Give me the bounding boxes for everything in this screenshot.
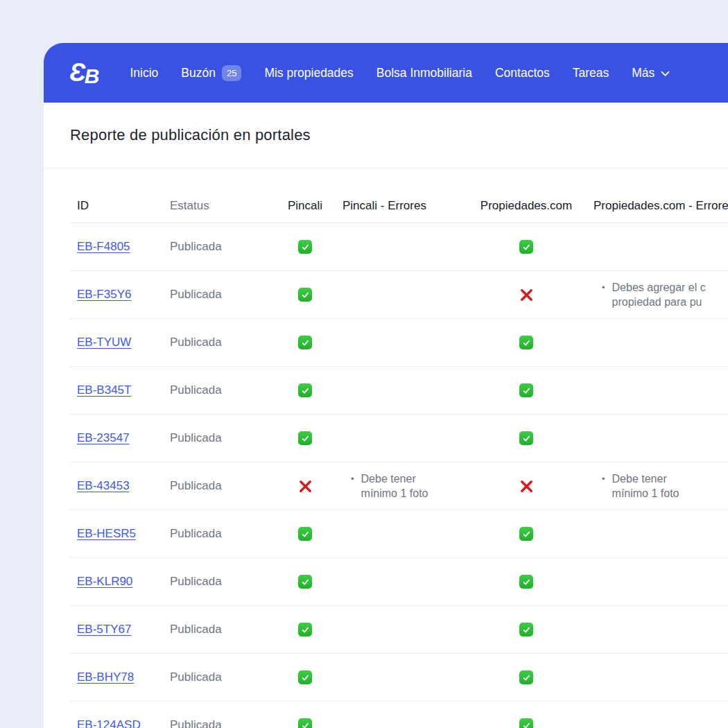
status-cell: Publicada bbox=[170, 670, 277, 684]
property-id-link[interactable]: EB-5TY67 bbox=[77, 623, 131, 636]
property-id-link[interactable]: EB-HESR5 bbox=[77, 527, 136, 540]
status-cell: Publicada bbox=[170, 527, 277, 541]
page-title: Reporte de publicación en portales bbox=[70, 126, 311, 144]
table-row: EB-23547Publicada bbox=[70, 415, 728, 462]
nav-item-mis-propiedades[interactable]: Mis propiedades bbox=[264, 66, 353, 80]
property-id-link[interactable]: EB-23547 bbox=[77, 431, 130, 444]
nav-item-label: Mis propiedades bbox=[264, 66, 353, 80]
column-header-pincali-errores: Pincali - Errores bbox=[333, 199, 463, 213]
table-row: EB-5TY67Publicada bbox=[70, 606, 728, 654]
nav-item-label: Inicio bbox=[130, 66, 158, 80]
check-icon bbox=[298, 623, 312, 636]
logo-letter-b: B bbox=[85, 66, 98, 87]
property-id-link[interactable]: EB-43453 bbox=[77, 479, 130, 492]
nav-item-mas[interactable]: Más bbox=[632, 66, 670, 80]
pincali-status-cell bbox=[277, 670, 333, 684]
status-cell: Publicada bbox=[170, 383, 277, 397]
nav-menu: InicioBuzón25Mis propiedadesBolsa Inmobi… bbox=[130, 65, 670, 81]
check-icon bbox=[519, 336, 533, 349]
check-icon bbox=[519, 527, 533, 541]
table-row: EB-F4805Publicada bbox=[70, 223, 728, 271]
propiedades-status-cell bbox=[463, 575, 579, 589]
status-cell: Publicada bbox=[170, 718, 277, 728]
pincali-status-cell bbox=[277, 383, 333, 397]
top-navbar: Ɛ B InicioBuzón25Mis propiedadesBolsa In… bbox=[44, 43, 728, 103]
nav-item-label: Más bbox=[632, 66, 655, 80]
pincali-status-cell bbox=[277, 718, 333, 728]
check-icon bbox=[298, 431, 312, 445]
nav-item-buzon[interactable]: Buzón25 bbox=[181, 65, 241, 81]
table-body: EB-F4805PublicadaEB-F35Y6Publicada•Debes… bbox=[70, 223, 728, 728]
propiedades-status-cell bbox=[463, 623, 579, 636]
pincali-status-cell bbox=[277, 431, 333, 445]
propiedades-errors-cell: •Debes agregar el cpropiedad para pu bbox=[579, 280, 728, 309]
check-icon bbox=[298, 575, 312, 589]
property-id-link[interactable]: EB-BHY78 bbox=[77, 670, 134, 684]
status-cell: Publicada bbox=[170, 575, 277, 589]
table-row: EB-B345TPublicada bbox=[70, 367, 728, 415]
check-icon bbox=[298, 527, 312, 541]
portals-report-table: IDEstatusPincaliPincali - ErroresPropied… bbox=[70, 168, 728, 728]
check-icon bbox=[519, 431, 533, 445]
nav-item-inicio[interactable]: Inicio bbox=[130, 66, 158, 80]
error-message: Debe tenermínimo 1 foto bbox=[361, 471, 428, 501]
check-icon bbox=[519, 575, 533, 589]
propiedades-status-cell bbox=[463, 479, 579, 494]
property-id-link[interactable]: EB-F4805 bbox=[77, 240, 130, 253]
cross-icon bbox=[519, 479, 534, 494]
column-header-id: ID bbox=[70, 199, 170, 213]
check-icon bbox=[298, 288, 312, 302]
status-cell: Publicada bbox=[170, 479, 277, 493]
check-icon bbox=[298, 670, 312, 684]
pincali-status-cell bbox=[277, 288, 333, 302]
nav-item-label: Contactos bbox=[495, 66, 550, 80]
table-row: EB-43453Publicada•Debe tenermínimo 1 fot… bbox=[70, 462, 728, 510]
check-icon bbox=[519, 383, 533, 397]
table-row: EB-HESR5Publicada bbox=[70, 510, 728, 558]
pincali-status-cell bbox=[277, 623, 333, 636]
pincali-status-cell bbox=[277, 527, 333, 541]
bullet: • bbox=[602, 471, 605, 501]
table-row: EB-124ASDPublicada bbox=[70, 702, 728, 728]
nav-item-contactos[interactable]: Contactos bbox=[495, 66, 550, 80]
status-cell: Publicada bbox=[170, 431, 277, 445]
nav-item-label: Buzón bbox=[181, 66, 216, 80]
table-row: EB-TYUWPublicada bbox=[70, 319, 728, 367]
title-section: Reporte de publicación en portales bbox=[44, 103, 728, 168]
check-icon bbox=[298, 718, 312, 728]
check-icon bbox=[519, 718, 533, 728]
propiedades-status-cell bbox=[463, 240, 579, 254]
column-header-propiedades-com: Propiedades.com bbox=[463, 199, 579, 213]
property-id-link[interactable]: EB-124ASD bbox=[77, 718, 141, 728]
check-icon bbox=[519, 623, 533, 636]
check-icon bbox=[519, 670, 533, 684]
status-cell: Publicada bbox=[170, 623, 277, 636]
property-id-link[interactable]: EB-F35Y6 bbox=[77, 288, 131, 301]
pincali-errors-cell: •Debe tenermínimo 1 foto bbox=[333, 471, 463, 501]
error-message: Debe tenermínimo 1 foto bbox=[612, 471, 679, 501]
nav-item-tareas[interactable]: Tareas bbox=[573, 66, 609, 80]
chevron-down-icon bbox=[661, 71, 670, 77]
property-id-link[interactable]: EB-KLR90 bbox=[77, 575, 132, 588]
cross-icon bbox=[519, 288, 534, 302]
pincali-status-cell bbox=[277, 575, 333, 589]
propiedades-status-cell bbox=[463, 527, 579, 541]
pincali-status-cell bbox=[277, 479, 333, 494]
table-row: EB-BHY78Publicada bbox=[70, 654, 728, 702]
propiedades-status-cell bbox=[463, 431, 579, 445]
property-id-link[interactable]: EB-B345T bbox=[77, 383, 131, 397]
propiedades-status-cell bbox=[463, 383, 579, 397]
easybroker-logo[interactable]: Ɛ B bbox=[69, 60, 98, 87]
status-cell: Publicada bbox=[170, 336, 277, 349]
status-cell: Publicada bbox=[170, 240, 277, 254]
propiedades-status-cell bbox=[463, 718, 579, 728]
nav-item-label: Tareas bbox=[573, 66, 609, 80]
propiedades-status-cell bbox=[463, 288, 579, 302]
nav-item-bolsa-inmobiliaria[interactable]: Bolsa Inmobiliaria bbox=[376, 66, 472, 80]
logo-letter-e: Ɛ bbox=[69, 60, 85, 85]
error-message: Debes agregar el cpropiedad para pu bbox=[612, 280, 706, 309]
bullet: • bbox=[602, 280, 605, 309]
property-id-link[interactable]: EB-TYUW bbox=[77, 336, 131, 349]
check-icon bbox=[298, 240, 312, 254]
propiedades-errors-cell: •Debe tenermínimo 1 foto bbox=[579, 471, 728, 501]
